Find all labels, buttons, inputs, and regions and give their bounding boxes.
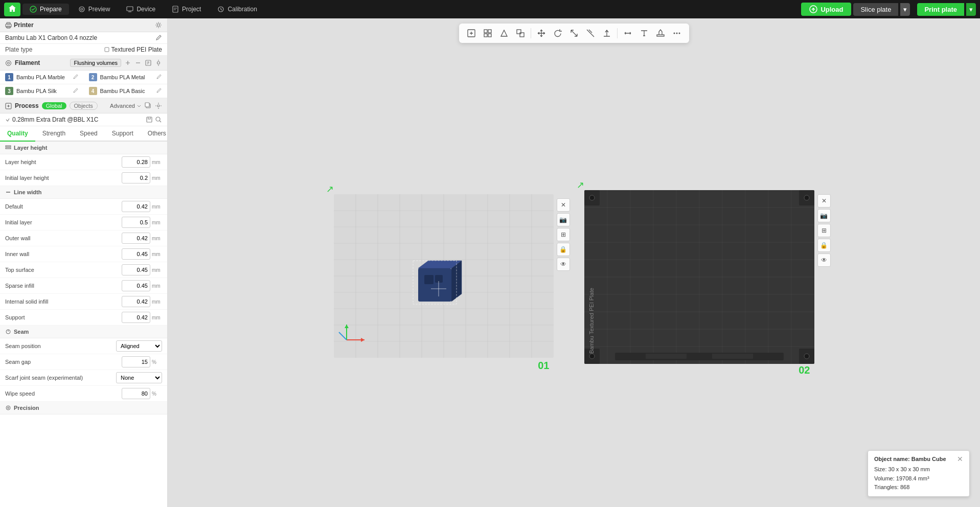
- initial-layer-height-value: mm: [122, 172, 162, 183]
- filament-item-4[interactable]: 4 Bambu PLA Basic: [84, 84, 168, 98]
- internal-solid-input[interactable]: [122, 296, 150, 307]
- flushing-volumes-button[interactable]: Flushing volumes: [70, 59, 121, 67]
- wipe-speed-input[interactable]: [122, 388, 150, 399]
- top-surface-input[interactable]: [122, 264, 150, 275]
- plate-02-camera-btn[interactable]: 📷: [817, 209, 831, 222]
- advanced-button[interactable]: Advanced: [110, 103, 142, 109]
- toolbar-support[interactable]: [600, 26, 614, 40]
- plate-02-settings-btn[interactable]: ⊞: [817, 224, 831, 237]
- svg-rect-22: [6, 146, 11, 147]
- plate-02-side-controls: ✕ 📷 ⊞ 🔒 👁: [817, 194, 831, 267]
- objects-tag-button[interactable]: Objects: [70, 102, 98, 110]
- plate-02-view-btn[interactable]: 👁: [817, 254, 831, 267]
- svg-point-25: [6, 406, 10, 410]
- tab-device[interactable]: Device: [119, 4, 163, 15]
- inner-wall-input[interactable]: [122, 248, 150, 260]
- slice-plate-button[interactable]: Slice plate: [853, 3, 898, 16]
- global-tag-button[interactable]: Global: [42, 102, 66, 109]
- svg-point-12: [6, 60, 11, 65]
- toolbar-scale[interactable]: [567, 26, 581, 40]
- toolbar-flatten[interactable]: [653, 26, 668, 40]
- toolbar-measure[interactable]: [621, 26, 635, 40]
- settings-icon[interactable]: [155, 21, 162, 29]
- toolbar-more[interactable]: [670, 26, 684, 40]
- seam-gap-input[interactable]: [122, 356, 150, 367]
- plate-02-close-btn[interactable]: ✕: [817, 194, 831, 208]
- plate-02-lock-btn[interactable]: 🔒: [817, 239, 831, 252]
- filament-grid: 1 Bambu PLA Marble 2 Bambu PLA Metal 3 B…: [0, 71, 167, 99]
- object-info-close-button[interactable]: ✕: [957, 455, 963, 463]
- add-filament-icon[interactable]: [124, 59, 131, 66]
- filament-item-1[interactable]: 1 Bambu PLA Marble: [0, 71, 84, 84]
- plate-01-lock-btn[interactable]: 🔒: [557, 243, 570, 256]
- filament-item-3[interactable]: 3 Bambu PLA Silk: [0, 84, 84, 98]
- seam-position-select[interactable]: Aligned Nearest Random: [116, 340, 162, 352]
- profile-search-icon[interactable]: [155, 116, 162, 123]
- layer-height-input[interactable]: [122, 156, 150, 168]
- support-width-input[interactable]: [122, 312, 150, 323]
- plate-02-dark[interactable]: Bambu Textured PEI Plate: [584, 190, 814, 364]
- plate-02-corner-arrow: ↙: [577, 180, 584, 191]
- layer-height-group-icon: [5, 145, 11, 151]
- tab-support[interactable]: Support: [105, 126, 141, 142]
- outer-wall-input[interactable]: [122, 233, 150, 244]
- filament-item-2[interactable]: 2 Bambu PLA Metal: [84, 71, 168, 84]
- process-copy-icon[interactable]: [145, 102, 152, 109]
- print-arrow-button[interactable]: ▾: [966, 3, 976, 16]
- tab-prepare[interactable]: Prepare: [22, 4, 69, 15]
- tab-others[interactable]: Others: [141, 126, 168, 142]
- plate-02-svg: Bambu Textured PEI Plate: [584, 190, 814, 364]
- slice-arrow-button[interactable]: ▾: [900, 3, 910, 16]
- home-button[interactable]: [4, 3, 20, 16]
- plate-01-view-btn[interactable]: 👁: [557, 258, 570, 271]
- svg-rect-20: [147, 117, 152, 122]
- toolbar-orient[interactable]: [497, 26, 511, 40]
- svg-rect-4: [173, 6, 178, 12]
- toolbar-cut[interactable]: [583, 26, 598, 40]
- print-plate-button[interactable]: Print plate: [917, 3, 964, 16]
- top-navigation: Prepare Preview Device Project Calibrati…: [0, 0, 980, 18]
- initial-layer-width-input[interactable]: [122, 217, 150, 228]
- plate-02-wrapper: ↙: [584, 190, 814, 364]
- upload-button[interactable]: Upload: [801, 3, 851, 16]
- toolbar-move[interactable]: [534, 26, 549, 40]
- plate-icon: [104, 47, 109, 52]
- tab-calibration[interactable]: Calibration: [210, 4, 264, 15]
- process-settings-icon[interactable]: [155, 102, 162, 109]
- toolbar-grid[interactable]: [481, 26, 495, 40]
- sparse-infill-input[interactable]: [122, 280, 150, 291]
- filament-3-edit-icon[interactable]: [73, 88, 79, 94]
- toolbar-add-object[interactable]: [464, 26, 478, 40]
- plate-01-close-btn[interactable]: ✕: [557, 198, 570, 212]
- profile-save-icon[interactable]: [146, 116, 153, 123]
- filament-2-edit-icon[interactable]: [156, 74, 162, 80]
- toolbar-arrange[interactable]: [513, 26, 528, 40]
- edit-printer-icon[interactable]: [155, 35, 162, 41]
- tab-quality[interactable]: Quality: [0, 126, 35, 142]
- tab-speed[interactable]: Speed: [73, 126, 105, 142]
- plate-01-grid[interactable]: [334, 194, 554, 358]
- plate-01-camera-btn[interactable]: 📷: [557, 213, 570, 226]
- svg-point-1: [79, 7, 84, 12]
- filament-4-edit-icon[interactable]: [156, 88, 162, 94]
- tab-project[interactable]: Project: [165, 4, 208, 15]
- toolbar-divider-2: [617, 28, 618, 38]
- plate-01-settings-btn[interactable]: ⊞: [557, 228, 570, 241]
- process-profile-row: 0.28mm Extra Draft @BBL X1C: [0, 113, 167, 126]
- svg-point-13: [8, 62, 10, 64]
- toolbar-rotate[interactable]: [551, 26, 565, 40]
- default-width-input[interactable]: [122, 201, 150, 212]
- initial-layer-width-row: Initial layer mm: [0, 215, 167, 231]
- toolbar-text[interactable]: [637, 26, 651, 40]
- filament-1-edit-icon[interactable]: [73, 74, 79, 80]
- initial-layer-height-input[interactable]: [122, 172, 150, 183]
- filament-settings-icon[interactable]: [145, 59, 152, 66]
- svg-point-37: [678, 33, 680, 34]
- remove-filament-icon[interactable]: [134, 59, 142, 66]
- filament-more-icon[interactable]: [155, 59, 162, 66]
- tab-preview[interactable]: Preview: [71, 4, 118, 15]
- tab-strength[interactable]: Strength: [35, 126, 73, 142]
- object-info-size: Size: 30 x 30 x 30 mm: [874, 465, 963, 474]
- plate-01-corner-arrow: ↙: [326, 184, 334, 195]
- scarf-joint-select[interactable]: None: [116, 372, 162, 383]
